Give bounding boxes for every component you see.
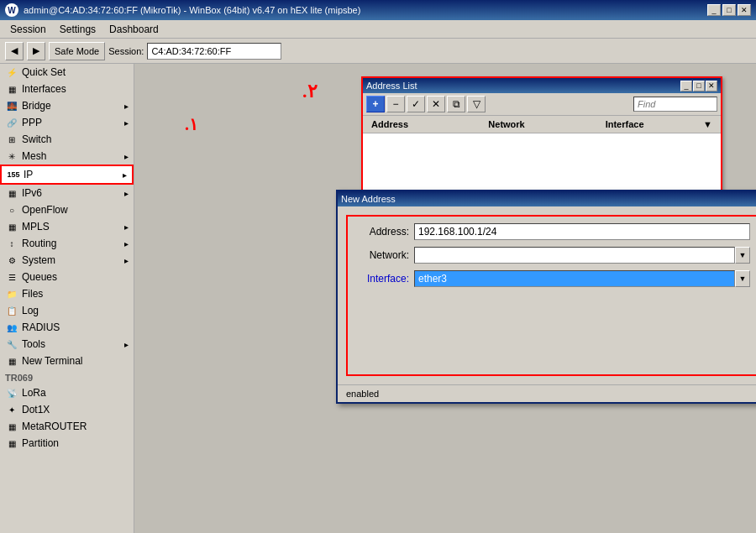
log-icon: 📋 xyxy=(5,305,18,316)
address-list-close[interactable]: ✕ xyxy=(706,81,717,91)
address-list-window: Address List _ □ ✕ + − ✓ ✕ ⧉ xyxy=(361,76,722,202)
bridge-arrow: ▸ xyxy=(124,102,129,111)
sidebar-item-interfaces[interactable]: ▦ Interfaces xyxy=(0,81,134,97)
sidebar-item-system[interactable]: ⚙ System ▸ xyxy=(0,252,134,269)
col-header-interface: Interface ▼ xyxy=(601,118,717,131)
sidebar-item-radius[interactable]: 👥 RADIUS xyxy=(0,319,134,336)
sidebar-label-mesh: Mesh xyxy=(22,150,46,162)
copy-icon: ⧉ xyxy=(453,98,460,110)
mesh-arrow: ▸ xyxy=(124,152,129,161)
sidebar-item-ppp[interactable]: 🔗 PPP ▸ xyxy=(0,114,134,131)
check-icon: ✓ xyxy=(412,98,420,110)
network-dropdown-btn[interactable]: ▼ xyxy=(735,247,750,264)
cross-address-button[interactable]: ✕ xyxy=(427,96,445,112)
sidebar-item-metarouter[interactable]: ▦ MetaROUTER xyxy=(0,418,134,435)
safe-mode-button[interactable]: Safe Mode xyxy=(49,42,105,60)
session-label: Session: xyxy=(108,46,144,56)
tools-icon: 🔧 xyxy=(5,338,18,350)
menu-dashboard[interactable]: Dashboard xyxy=(102,22,165,37)
sidebar-label-lora: LoRa xyxy=(22,387,46,399)
sidebar-label-ip: IP xyxy=(24,169,33,180)
sidebar-label-routing: Routing xyxy=(22,238,56,249)
forward-button[interactable]: ▶ xyxy=(27,42,45,60)
sidebar-label-metarouter: MetaROUTER xyxy=(22,421,87,432)
main-layout: ⚡ Quick Set ▦ Interfaces 🌉 Bridge ▸ 🔗 PP… xyxy=(0,64,756,533)
openflow-icon: ○ xyxy=(5,204,18,216)
interfaces-icon: ▦ xyxy=(5,83,18,95)
interface-dropdown-btn[interactable]: ▼ xyxy=(735,270,750,287)
sidebar-item-ipv6[interactable]: ▦ IPv6 ▸ xyxy=(0,185,134,201)
close-button[interactable]: ✕ xyxy=(738,4,751,16)
dialog-status: enabled xyxy=(338,384,756,402)
ppp-icon: 🔗 xyxy=(5,117,18,128)
ipv6-icon: ▦ xyxy=(5,187,18,199)
dialog-fields: Address: Network: ▼ Interface: xyxy=(346,215,756,376)
check-address-button[interactable]: ✓ xyxy=(407,96,425,112)
metarouter-icon: ▦ xyxy=(5,421,18,432)
address-find-input[interactable] xyxy=(633,97,717,112)
network-field-label: Network: xyxy=(354,249,409,261)
network-input[interactable] xyxy=(414,247,735,264)
filter-address-button[interactable]: ▽ xyxy=(467,96,486,112)
tools-arrow: ▸ xyxy=(124,340,129,349)
routing-arrow: ▸ xyxy=(124,239,129,248)
sidebar-item-openflow[interactable]: ○ OpenFlow xyxy=(0,201,134,218)
add-icon: + xyxy=(372,98,378,110)
menu-bar: Session Settings Dashboard xyxy=(0,20,756,39)
title-bar-buttons: _ □ ✕ xyxy=(707,4,751,16)
sidebar-item-quick-set[interactable]: ⚡ Quick Set xyxy=(0,64,134,81)
remove-icon: − xyxy=(392,98,398,110)
lora-icon: 📡 xyxy=(5,387,18,399)
add-address-button[interactable]: + xyxy=(366,96,385,112)
switch-icon: ⊞ xyxy=(5,133,18,145)
sidebar-item-queues[interactable]: ☰ Queues xyxy=(0,269,134,285)
new-address-title: New Address xyxy=(341,194,756,204)
bridge-icon: 🌉 xyxy=(5,100,18,112)
sidebar-item-switch[interactable]: ⊞ Switch xyxy=(0,131,134,148)
interface-input[interactable] xyxy=(414,270,735,287)
network-combo: ▼ xyxy=(414,247,750,264)
sidebar-label-tools: Tools xyxy=(22,338,45,350)
cross-icon: ✕ xyxy=(432,98,440,110)
address-list-maximize[interactable]: □ xyxy=(693,81,705,91)
session-input[interactable] xyxy=(147,43,281,60)
sidebar-item-mpls[interactable]: ▦ MPLS ▸ xyxy=(0,218,134,235)
sidebar-label-system: System xyxy=(22,254,55,266)
mpls-icon: ▦ xyxy=(5,221,18,233)
sidebar-label-switch: Switch xyxy=(22,133,51,145)
sidebar-item-lora[interactable]: 📡 LoRa xyxy=(0,384,134,401)
sidebar-item-ip[interactable]: 155 IP ▸ xyxy=(0,165,134,185)
remove-address-button[interactable]: − xyxy=(386,96,405,112)
back-button[interactable]: ◀ xyxy=(5,42,24,60)
copy-address-button[interactable]: ⧉ xyxy=(447,96,465,112)
title-bar-text: admin@C4:AD:34:72:60:FF (MikroTik) - Win… xyxy=(24,5,702,15)
sidebar-label-partition: Partition xyxy=(22,437,59,449)
sidebar-label-files: Files xyxy=(22,288,43,300)
interface-field-row: Interface: ▼ xyxy=(354,270,750,287)
address-list-title-bar: Address List _ □ ✕ xyxy=(363,78,721,93)
sidebar-item-mesh[interactable]: ✳ Mesh ▸ xyxy=(0,148,134,165)
menu-settings[interactable]: Settings xyxy=(53,22,102,37)
sidebar-item-partition[interactable]: ▦ Partition xyxy=(0,435,134,452)
new-address-title-bar: New Address 🗗 ✕ xyxy=(338,191,756,206)
sidebar-item-files[interactable]: 📁 Files xyxy=(0,285,134,302)
sidebar-item-log[interactable]: 📋 Log xyxy=(0,302,134,319)
sidebar-item-bridge[interactable]: 🌉 Bridge ▸ xyxy=(0,97,134,114)
col-interface-dropdown[interactable]: ▼ xyxy=(703,119,712,129)
menu-session[interactable]: Session xyxy=(3,22,53,37)
mesh-icon: ✳ xyxy=(5,150,18,162)
sidebar-item-routing[interactable]: ↕ Routing ▸ xyxy=(0,235,134,252)
minimize-button[interactable]: _ xyxy=(707,4,721,16)
maximize-button[interactable]: □ xyxy=(722,4,736,16)
sidebar-item-new-terminal[interactable]: ▦ New Terminal xyxy=(0,353,134,369)
sidebar-item-tools[interactable]: 🔧 Tools ▸ xyxy=(0,336,134,353)
sidebar-label-interfaces: Interfaces xyxy=(22,83,66,95)
sidebar-item-dot1x[interactable]: ✦ Dot1X xyxy=(0,401,134,418)
address-input[interactable] xyxy=(414,223,750,240)
mpls-arrow: ▸ xyxy=(124,222,129,232)
address-list-minimize[interactable]: _ xyxy=(680,81,692,91)
sidebar-label-dot1x: Dot1X xyxy=(22,404,50,415)
interface-field-label: Interface: xyxy=(354,273,409,285)
sidebar-label-openflow: OpenFlow xyxy=(22,204,68,216)
ipv6-arrow: ▸ xyxy=(124,189,129,198)
